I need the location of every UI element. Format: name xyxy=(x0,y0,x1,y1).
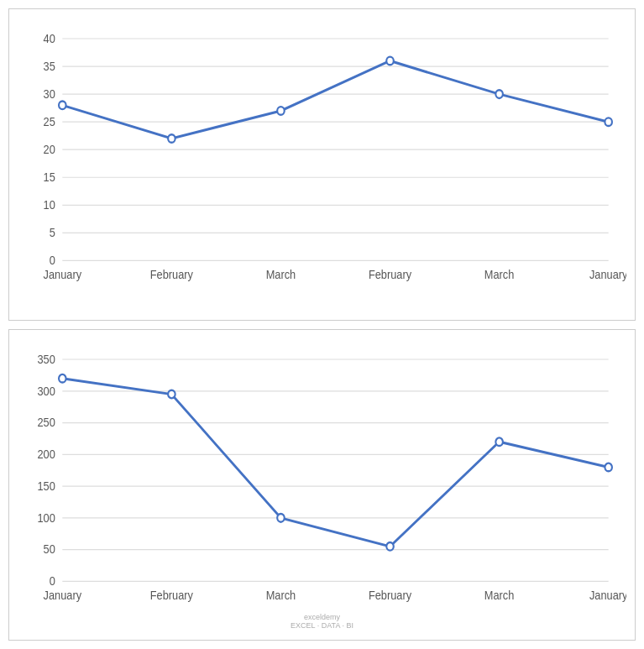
svg-text:March: March xyxy=(266,268,296,281)
svg-point-56 xyxy=(495,437,503,446)
svg-text:January: January xyxy=(44,268,82,281)
svg-point-55 xyxy=(386,542,394,551)
svg-text:100: 100 xyxy=(37,510,55,524)
svg-text:200: 200 xyxy=(37,447,55,461)
svg-text:150: 150 xyxy=(37,479,55,493)
svg-text:30: 30 xyxy=(44,87,56,101)
svg-text:0: 0 xyxy=(50,254,56,268)
svg-text:March: March xyxy=(484,589,515,602)
svg-text:March: March xyxy=(484,268,515,281)
svg-point-54 xyxy=(277,514,285,522)
svg-point-57 xyxy=(605,463,612,471)
svg-text:35: 35 xyxy=(44,60,55,73)
svg-text:50: 50 xyxy=(44,542,56,556)
svg-text:20: 20 xyxy=(44,143,56,156)
svg-text:January: January xyxy=(589,268,626,281)
svg-text:0: 0 xyxy=(50,574,56,588)
age-chart: 4035302520151050JanuaryFebruaryMarchFebr… xyxy=(8,8,636,321)
svg-text:February: February xyxy=(369,268,411,281)
svg-text:15: 15 xyxy=(44,170,55,184)
svg-point-27 xyxy=(386,57,394,65)
svg-point-53 xyxy=(168,390,175,398)
svg-text:10: 10 xyxy=(44,198,56,212)
svg-point-52 xyxy=(59,374,66,382)
svg-text:250: 250 xyxy=(37,416,55,429)
svg-point-24 xyxy=(59,102,66,110)
svg-point-26 xyxy=(277,107,285,115)
svg-point-25 xyxy=(168,134,175,143)
svg-text:300: 300 xyxy=(37,384,55,397)
svg-text:February: February xyxy=(150,589,193,602)
svg-text:5: 5 xyxy=(50,226,55,239)
svg-text:350: 350 xyxy=(37,353,55,366)
total-sale-chart: 350300250200150100500JanuaryFebruaryMarc… xyxy=(8,329,636,641)
svg-text:40: 40 xyxy=(44,32,56,45)
svg-point-28 xyxy=(495,90,503,98)
svg-text:January: January xyxy=(589,589,626,602)
total-sale-chart-area: 350300250200150100500JanuaryFebruaryMarc… xyxy=(18,349,626,632)
svg-text:March: March xyxy=(266,589,296,602)
age-chart-area: 4035302520151050JanuaryFebruaryMarchFebr… xyxy=(18,29,626,311)
svg-text:February: February xyxy=(150,268,193,281)
svg-text:25: 25 xyxy=(44,115,55,128)
watermark: exceldemyEXCEL · DATA · BI xyxy=(291,613,353,630)
svg-text:February: February xyxy=(369,589,411,602)
svg-point-29 xyxy=(605,118,612,126)
svg-text:January: January xyxy=(44,589,82,602)
